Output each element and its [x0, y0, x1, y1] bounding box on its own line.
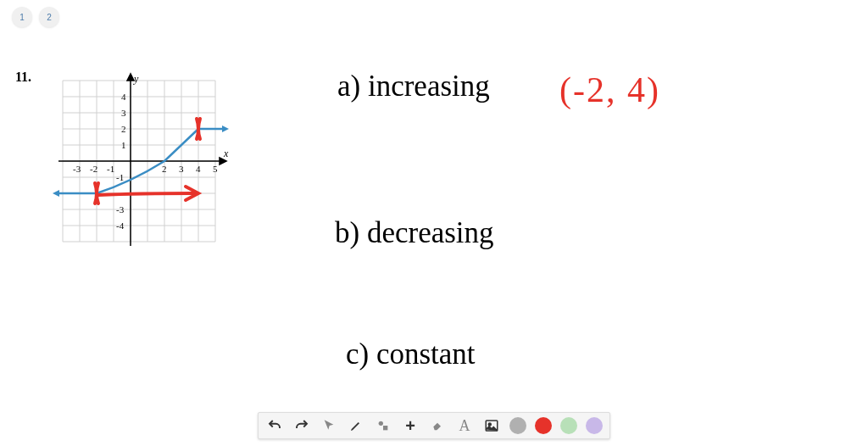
color-red[interactable] [535, 417, 552, 434]
page-tabs: 1 2 [12, 7, 59, 27]
color-gray[interactable] [509, 417, 526, 434]
answer-a-interval: (-2, 4) [559, 70, 660, 110]
svg-text:2: 2 [121, 124, 126, 134]
svg-text:-4: -4 [116, 220, 125, 231]
shapes-button[interactable] [374, 416, 392, 435]
pen-button[interactable] [347, 416, 365, 435]
graph-figure: y x 4 3 2 1 -1 -3 -4 -3 -2 -1 2 3 4 5 [46, 72, 234, 257]
svg-text:x: x [223, 148, 229, 159]
question-number: 11. [15, 70, 31, 85]
svg-text:y: y [133, 73, 139, 85]
color-purple[interactable] [586, 417, 603, 434]
page-tab-2[interactable]: 2 [39, 7, 59, 27]
eraser-button[interactable] [428, 416, 447, 435]
svg-text:-1: -1 [116, 172, 124, 182]
svg-rect-46 [383, 426, 387, 430]
answer-a-label: a) increasing [337, 70, 490, 103]
svg-marker-44 [222, 125, 229, 132]
svg-marker-23 [127, 74, 134, 81]
toolbar: + A [258, 412, 610, 439]
svg-text:-3: -3 [116, 204, 125, 215]
redo-button[interactable] [292, 416, 311, 435]
pointer-button[interactable] [320, 416, 338, 435]
text-button[interactable]: A [455, 416, 474, 435]
svg-text:3: 3 [179, 164, 184, 174]
svg-text:4: 4 [196, 164, 201, 174]
svg-text:2: 2 [162, 164, 167, 174]
svg-text:1: 1 [121, 140, 126, 150]
plus-button[interactable]: + [401, 416, 420, 435]
color-green[interactable] [560, 417, 577, 434]
svg-text:-1: -1 [107, 164, 114, 174]
svg-text:4: 4 [121, 92, 126, 102]
svg-marker-43 [53, 190, 59, 197]
svg-text:5: 5 [213, 164, 218, 174]
svg-text:-2: -2 [90, 164, 97, 174]
page-tab-1[interactable]: 1 [12, 7, 32, 27]
svg-text:-3: -3 [73, 164, 81, 174]
undo-button[interactable] [265, 416, 284, 435]
svg-text:3: 3 [121, 108, 126, 118]
graph-svg: y x 4 3 2 1 -1 -3 -4 -3 -2 -1 2 3 4 5 [46, 72, 234, 257]
answer-c-label: c) constant [346, 337, 476, 371]
image-button[interactable] [482, 416, 501, 435]
svg-point-45 [379, 421, 383, 426]
svg-point-48 [488, 423, 491, 426]
answer-b-label: b) decreasing [335, 216, 494, 250]
